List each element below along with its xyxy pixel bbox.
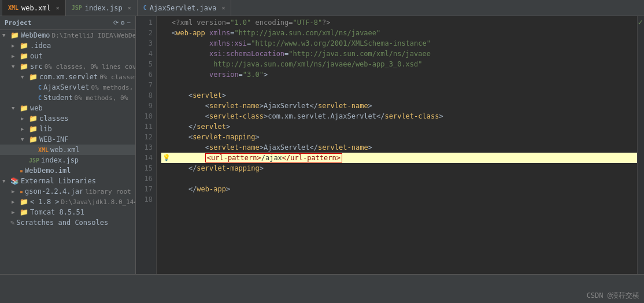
line-num-3: 3 <box>136 38 153 49</box>
item-sub: library root <box>85 188 131 195</box>
tree-item-lib[interactable]: 📁 lib <box>0 124 135 134</box>
arrow-icon <box>2 32 10 38</box>
code-line-15: </servlet-mapping> <box>161 163 637 173</box>
code-text: </servlet-mapping> <box>172 163 264 173</box>
line-num-7: 7 <box>136 80 153 90</box>
item-sub: 0% methods, 0% <box>75 94 128 102</box>
code-line-4: xsi:schemaLocation="http://java.sun.com/… <box>161 49 637 59</box>
item-label: Student <box>43 94 73 102</box>
tree-item-tomcat[interactable]: 📁 Tomcat 8.5.51 <box>0 207 135 217</box>
tree-item-student[interactable]: C Student 0% methods, 0% <box>0 93 135 103</box>
folder-icon: 📁 <box>20 104 28 112</box>
tree-item-webdemo-iml[interactable]: ▪ WebDemo.iml <box>0 165 135 176</box>
tree-item-webinf[interactable]: 📁 WEB-INF <box>0 134 135 145</box>
tree-item-idea[interactable]: 📁 .idea <box>0 40 135 51</box>
code-text: xmlns:xsi="http://www.w3.org/2001/XMLSch… <box>172 38 431 49</box>
tab-ajax-servlet[interactable]: C AjaxServlet.java ✕ <box>138 0 232 16</box>
line-num-5: 5 <box>136 59 153 69</box>
line-num-11: 11 <box>136 121 153 132</box>
line-num-18: 18 <box>136 194 153 205</box>
item-sub: D:\IntelliJ IDEA\WebDem... <box>52 32 136 39</box>
tab-web-xml[interactable]: XML web.xml ✕ <box>2 0 66 16</box>
folder-icon: 📁 <box>20 52 28 60</box>
java-file-icon: C <box>38 95 42 101</box>
iml-file-icon: ▪ <box>20 168 23 174</box>
item-label: out <box>30 52 43 60</box>
tree-item-classes[interactable]: 📁 classes <box>0 113 135 124</box>
item-label: WebDemo.iml <box>25 167 71 175</box>
item-sub: 0% classes, 0 <box>99 73 136 81</box>
code-line-2: <web-app xmlns="http://java.sun.com/xml/… <box>161 28 637 38</box>
line-num-14: 14 <box>136 153 153 163</box>
bottom-bar: CSDN @漠荇交横 <box>0 274 644 303</box>
folder-icon: 📁 <box>20 208 28 216</box>
code-text <box>172 173 176 184</box>
tree-item-web[interactable]: 📁 web <box>0 103 135 113</box>
line-num-2: 2 <box>136 28 153 38</box>
line-num-13: 13 <box>136 142 153 153</box>
tree-item-webdemo[interactable]: 📁 WebDemo D:\IntelliJ IDEA\WebDem... <box>0 30 135 40</box>
tab-label: index.jsp <box>85 4 123 12</box>
folder-icon: 📁 <box>20 62 28 71</box>
arrow-icon <box>12 189 20 194</box>
close-icon[interactable]: ✕ <box>128 5 131 11</box>
code-line-3: xmlns:xsi="http://www.w3.org/2001/XMLSch… <box>161 38 637 49</box>
sync-icon[interactable]: ⟳ <box>113 19 119 27</box>
tree-item-index-jsp[interactable]: JSP index.jsp <box>0 155 135 165</box>
jar-icon: ▪ <box>20 189 23 195</box>
tree-item-src[interactable]: 📁 src 0% classes, 0% lines covered <box>0 61 135 72</box>
tree-root: 📁 WebDemo D:\IntelliJ IDEA\WebDem... 📁 .… <box>0 30 135 228</box>
item-label: < 1.8 > <box>30 198 60 206</box>
tree-item-web-xml[interactable]: XML web.xml <box>0 145 135 155</box>
arrow-icon <box>21 116 29 121</box>
code-text: <url-pattern>/ajax</url-pattern> <box>172 153 342 163</box>
tree-item-ext-libs[interactable]: 📚 External Libraries <box>0 176 135 186</box>
tab-index-jsp[interactable]: JSP index.jsp ✕ <box>66 0 138 16</box>
line-numbers: 1 2 3 4 5 6 7 8 9 10 11 12 13 14 15 16 1… <box>136 16 157 274</box>
item-label: Scratches and Consoles <box>16 219 108 227</box>
line-num-1: 1 <box>136 17 153 28</box>
item-label: web <box>30 104 43 112</box>
tree-item-out[interactable]: 📁 out <box>0 51 135 61</box>
code-editor[interactable]: <?xml version="1.0" encoding="UTF-8"?> <… <box>157 16 637 274</box>
folder-icon: 📚 <box>10 177 19 185</box>
tree-item-scratches[interactable]: ✎ Scratches and Consoles <box>0 217 135 228</box>
close-icon[interactable]: ✕ <box>221 5 225 11</box>
line-num-10: 10 <box>136 111 153 121</box>
tree-item-jdk[interactable]: 📁 < 1.8 > D:\Java\jdk1.8.0_144 <box>0 197 135 207</box>
arrow-icon <box>12 209 20 215</box>
jsp-file-icon: JSP <box>29 157 39 164</box>
code-text: <servlet> <box>172 90 226 101</box>
code-text <box>172 80 176 90</box>
item-label: lib <box>39 125 52 133</box>
code-text: <servlet-class>com.xm.servlet.AjaxServle… <box>172 111 443 121</box>
code-text: <web-app xmlns="http://java.sun.com/xml/… <box>172 28 380 38</box>
minimize-icon[interactable]: − <box>127 19 131 27</box>
code-line-18 <box>161 194 637 205</box>
item-label: index.jsp <box>41 156 79 164</box>
code-line-9: <servlet-name>AjaxServlet</servlet-name> <box>161 101 637 111</box>
tree-item-gson[interactable]: ▪ gson-2.2.4.jar library root <box>0 186 135 197</box>
close-icon[interactable]: ✕ <box>56 5 60 11</box>
folder-icon: 📁 <box>20 42 28 50</box>
tab-label: AjaxServlet.java <box>150 4 217 12</box>
item-label: gson-2.2.4.jar <box>25 187 83 195</box>
arrow-icon <box>12 53 20 59</box>
item-sub: D:\Java\jdk1.8.0_144 <box>61 198 136 206</box>
code-line-10: <servlet-class>com.xm.servlet.AjaxServle… <box>161 111 637 121</box>
settings-icon[interactable]: ⚙ <box>121 19 125 27</box>
xml-file-icon: XML <box>38 147 49 153</box>
tree-item-ajaxservlet[interactable]: C AjaxServlet 0% methods, 0 <box>0 82 135 93</box>
checkmark-icon: ✓ <box>638 17 643 27</box>
line-num-4: 4 <box>136 49 153 59</box>
item-label: Tomcat 8.5.51 <box>30 208 84 216</box>
arrow-icon <box>12 199 20 205</box>
code-line-13: <servlet-name>AjaxServlet</servlet-name> <box>161 142 637 153</box>
java-file-icon: C <box>38 84 42 91</box>
line-num-6: 6 <box>136 69 153 80</box>
right-gutter: ✓ <box>637 16 644 274</box>
arrow-icon <box>12 43 20 49</box>
folder-icon: 📁 <box>20 198 28 206</box>
project-label: Project <box>5 19 31 27</box>
tree-item-package[interactable]: 📁 com.xm.servlet 0% classes, 0 <box>0 72 135 82</box>
